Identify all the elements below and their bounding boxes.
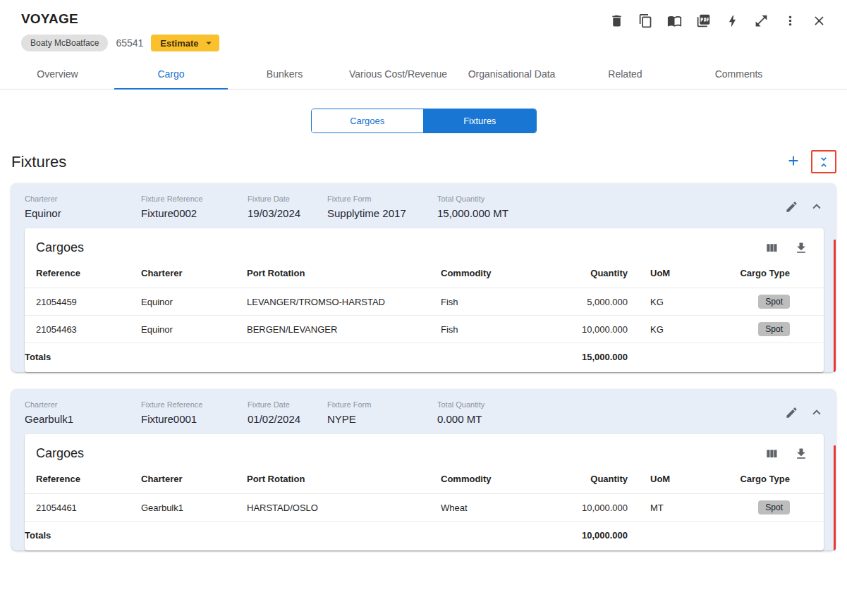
table-row[interactable]: 21054463 Equinor BERGEN/LEVANGER Fish 10… (25, 316, 824, 343)
open-in-full-button[interactable] (752, 12, 769, 29)
field-label: Fixture Date (248, 195, 327, 203)
cell-charterer: Equinor (141, 288, 247, 316)
chevron-up-icon (809, 405, 824, 420)
col-uom: UoM (628, 467, 709, 494)
table-header-row: Reference Charterer Port Rotation Commod… (25, 467, 824, 494)
cargoes-title: Cargoes (36, 446, 84, 461)
col-uom: UoM (628, 261, 709, 288)
collapse-fixture-button[interactable] (809, 199, 824, 214)
field-label: Fixture Date (248, 400, 327, 409)
title-bar: VOYAGE (0, 0, 847, 29)
cell-quantity: 10,000.000 (557, 494, 628, 522)
col-quantity: Quantity (557, 467, 628, 494)
cargoes-card-actions (764, 241, 808, 255)
field-value: Fixture0002 (141, 207, 248, 219)
table-header-row: Reference Charterer Port Rotation Commod… (25, 261, 824, 288)
pdf-icon (696, 13, 711, 28)
toggle-fixtures-button[interactable]: Fixtures (424, 109, 536, 133)
bolt-button[interactable] (724, 12, 741, 29)
field-label: Fixture Form (327, 400, 437, 409)
field-value: 0.000 MT (437, 413, 785, 425)
field-label: Fixture Reference (141, 400, 248, 409)
fixture-header: Charterer Gearbulk1 Fixture Reference Fi… (11, 389, 836, 434)
field-value: Equinor (25, 207, 141, 219)
copy-button[interactable] (637, 12, 654, 29)
field-label: Charterer (25, 195, 141, 203)
cell-port-rotation: BERGEN/LEVANGER (247, 316, 441, 343)
cargoes-table: Reference Charterer Port Rotation Commod… (25, 467, 824, 550)
tab-related[interactable]: Related (568, 61, 682, 89)
fixture-reference-field: Fixture Reference Fixture0001 (141, 400, 248, 425)
vessel-chip: Boaty McBoatface (21, 35, 108, 51)
tab-comments[interactable]: Comments (682, 61, 796, 89)
estimate-label: Estimate (160, 38, 198, 49)
col-cargo-type: Cargo Type (709, 261, 824, 288)
fixture-reference-field: Fixture Reference Fixture0002 (141, 195, 248, 219)
col-charterer: Charterer (141, 467, 247, 494)
fixture-form-field: Fixture Form NYPE (327, 400, 437, 425)
col-port-rotation: Port Rotation (247, 261, 441, 288)
cell-commodity: Fish (441, 316, 557, 343)
view-columns-icon (764, 241, 779, 255)
fixture-card-gearbulk1: Charterer Gearbulk1 Fixture Reference Fi… (11, 389, 836, 550)
toggle-cargoes-button[interactable]: Cargoes (312, 109, 425, 133)
fixtures-section-header: Fixtures (0, 133, 847, 176)
cargoes-title: Cargoes (36, 240, 84, 255)
download-button[interactable] (794, 241, 808, 255)
estimate-dropdown-button[interactable]: Estimate (151, 35, 219, 51)
cargoes-fixtures-toggle: Cargoes Fixtures (311, 109, 537, 133)
cell-uom: MT (628, 494, 709, 522)
add-fixture-button[interactable] (781, 153, 805, 171)
totals-row: Totals 10,000.000 (25, 522, 824, 551)
column-settings-button[interactable] (764, 241, 779, 255)
fixtures-section-actions (781, 150, 836, 173)
fixture-actions (785, 195, 824, 214)
fixture-total-quantity-field: Total Quantity 0.000 MT (437, 400, 785, 425)
bolt-icon (725, 13, 740, 28)
cargoes-card-actions (764, 447, 808, 461)
column-settings-button[interactable] (764, 447, 779, 461)
tab-organisational-data[interactable]: Organisational Data (455, 61, 568, 89)
table-row[interactable]: 21054459 Equinor LEVANGER/TROMSO-HARSTAD… (25, 288, 824, 316)
collapse-fixture-button[interactable] (809, 405, 824, 420)
window-toolbar (608, 11, 827, 29)
collapse-all-button[interactable] (811, 150, 836, 173)
cell-cargo-type: Spot (709, 316, 824, 343)
cargo-type-badge: Spot (758, 295, 790, 309)
book-button[interactable] (666, 12, 683, 29)
field-value: Fixture0001 (141, 413, 248, 425)
totals-quantity: 15,000.000 (557, 343, 628, 373)
cell-quantity: 5,000.000 (557, 288, 628, 316)
close-button[interactable] (810, 12, 827, 29)
view-columns-icon (764, 447, 779, 461)
tab-cargo[interactable]: Cargo (114, 61, 228, 89)
more-options-button[interactable] (781, 12, 798, 29)
field-label: Fixture Reference (141, 195, 248, 203)
pdf-button[interactable] (695, 12, 712, 29)
tab-bunkers[interactable]: Bunkers (228, 61, 341, 89)
download-button[interactable] (794, 447, 808, 461)
fixture-charterer-field: Charterer Gearbulk1 (25, 400, 141, 425)
fixture-date-field: Fixture Date 01/02/2024 (248, 400, 327, 425)
field-label: Total Quantity (437, 400, 785, 409)
cargo-type-badge: Spot (758, 322, 790, 336)
edit-fixture-button[interactable] (785, 406, 798, 419)
voyage-number: 65541 (116, 37, 143, 49)
chevron-down-icon (202, 37, 215, 49)
cell-cargo-type: Spot (709, 494, 824, 522)
totals-quantity: 10,000.000 (557, 522, 628, 551)
field-value: Gearbulk1 (25, 413, 141, 425)
delete-button[interactable] (608, 12, 625, 29)
tab-overview[interactable]: Overview (1, 61, 114, 89)
table-row[interactable]: 21054461 Gearbulk1 HARSTAD/OSLO Wheat 10… (25, 494, 824, 522)
field-value: 19/03/2024 (248, 207, 327, 219)
totals-label: Totals (25, 522, 141, 551)
validation-accent-line (834, 240, 836, 372)
cell-reference: 21054459 (25, 288, 141, 316)
field-value: 01/02/2024 (248, 413, 327, 425)
cell-commodity: Wheat (441, 494, 557, 522)
col-port-rotation: Port Rotation (247, 467, 441, 494)
edit-fixture-button[interactable] (785, 200, 798, 214)
tab-various-cost-revenue[interactable]: Various Cost/Revenue (341, 61, 455, 89)
fixture-form-field: Fixture Form Supplytime 2017 (327, 195, 437, 219)
